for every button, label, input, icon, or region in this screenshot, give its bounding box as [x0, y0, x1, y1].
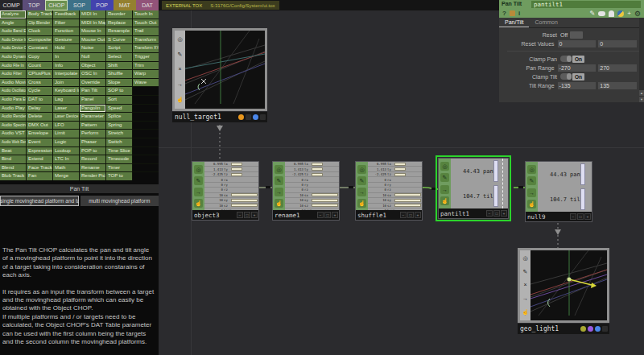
- param-field[interactable]: -135: [558, 82, 597, 89]
- palette-op-trail[interactable]: Trail: [133, 27, 159, 35]
- palette-op-audio-play[interactable]: Audio Play: [0, 105, 26, 113]
- scroll-down-icon[interactable]: ▼: [639, 97, 644, 102]
- arrow-icon[interactable]: →: [522, 295, 528, 302]
- palette-op-beat[interactable]: Beat: [0, 147, 26, 155]
- hand-icon[interactable]: ☝: [527, 200, 536, 208]
- palette-op-lag[interactable]: Lag: [53, 96, 79, 104]
- palette-op-dmx-out[interactable]: DMX Out: [27, 122, 52, 130]
- palette-op-record[interactable]: Record: [80, 155, 105, 163]
- flag-square[interactable]: [260, 114, 266, 120]
- pencil-icon[interactable]: ✎: [590, 10, 596, 18]
- palette-op-fan[interactable]: Fan: [27, 172, 52, 180]
- toggle-slider[interactable]: [560, 73, 572, 80]
- palette-op-audio-device-out[interactable]: Audio Device Out: [0, 44, 26, 52]
- node-name-bar[interactable]: pantilt1 − □ +: [438, 208, 509, 219]
- palette-op-cycle[interactable]: Cycle: [27, 87, 52, 95]
- palette-op-audio-band-eq[interactable]: Audio Band EQ: [0, 27, 26, 35]
- flag-bypass[interactable]: −: [237, 212, 243, 218]
- palette-op-speed[interactable]: Speed: [106, 105, 132, 113]
- palette-op-audio-render[interactable]: Audio Render: [0, 113, 26, 121]
- palette-op-timer[interactable]: Timer: [106, 164, 132, 172]
- palette-tab-sop[interactable]: SOP: [68, 0, 90, 10]
- palette-op-resample[interactable]: Resample: [106, 27, 132, 35]
- palette-op-audio-file-in[interactable]: Audio File In: [0, 62, 26, 70]
- palette-op-delay[interactable]: Delay: [27, 105, 52, 113]
- palette-op-splice[interactable]: Splice: [106, 113, 132, 121]
- flag-export[interactable]: +: [584, 213, 591, 220]
- palette-op-bind[interactable]: Bind: [0, 155, 26, 163]
- palette-op-pan-tilt[interactable]: Pan Tilt: [80, 87, 105, 95]
- palette-op-cross[interactable]: Cross: [27, 79, 52, 87]
- plus-icon[interactable]: +: [627, 10, 631, 18]
- flag-lock[interactable]: □: [324, 212, 331, 218]
- palette-op-angle[interactable]: Angle: [0, 19, 26, 27]
- palette-op-feedback[interactable]: Feedback: [53, 10, 79, 19]
- palette-op-trim[interactable]: Trim: [133, 62, 159, 70]
- palette-op-midi-in-map[interactable]: MIDI In Map: [80, 19, 105, 27]
- toggle-state[interactable]: On: [572, 56, 584, 63]
- flag-lock[interactable]: □: [493, 210, 500, 217]
- palette-op-merge[interactable]: Merge: [53, 172, 79, 180]
- brush-icon[interactable]: ✎: [527, 176, 536, 185]
- flag-orange-dot[interactable]: [238, 114, 244, 120]
- target-icon[interactable]: ◎: [522, 255, 527, 262]
- brush-icon[interactable]: ✎: [275, 176, 283, 185]
- palette-op-script[interactable]: Script: [106, 44, 132, 52]
- palette-op-time-slice[interactable]: Time Slice: [106, 147, 132, 155]
- target-icon[interactable]: ◎: [177, 36, 182, 43]
- hand-icon[interactable]: ☝: [176, 97, 184, 103]
- arrow-icon[interactable]: →: [440, 185, 449, 194]
- palette-op-clock[interactable]: Clock: [27, 27, 52, 35]
- palette-op-trigger[interactable]: Trigger: [133, 53, 159, 61]
- flag-export[interactable]: +: [415, 212, 421, 218]
- palette-op-select[interactable]: Select: [106, 53, 132, 61]
- palette-op-spring[interactable]: Spring: [106, 122, 132, 130]
- param-field[interactable]: 135: [598, 82, 637, 89]
- palette-op-expression[interactable]: Expression: [27, 147, 52, 155]
- close-icon[interactable]: ×: [178, 66, 181, 72]
- flag-bypass[interactable]: −: [317, 212, 324, 218]
- palette-op-panel[interactable]: Panel: [80, 96, 105, 104]
- palette-op-dat-to[interactable]: DAT to: [27, 96, 52, 104]
- help-icon[interactable]: ?: [502, 10, 506, 18]
- hand-icon[interactable]: ☝: [275, 199, 283, 208]
- node-pantilt1[interactable]: ◎ ✎ → ☝ 44.43pan104.7tilt pantilt1 − □ +: [438, 158, 509, 219]
- brush-icon[interactable]: ✎: [357, 176, 366, 185]
- palette-op-face-track[interactable]: Face Track: [27, 164, 52, 172]
- brush-icon[interactable]: ✎: [440, 173, 449, 182]
- palette-tab-comp[interactable]: COMP: [0, 0, 23, 10]
- palette-op-osc-in[interactable]: OSC In: [80, 70, 105, 78]
- node-name-bar[interactable]: object3 − □ +: [192, 210, 259, 221]
- palette-op-function[interactable]: Function: [53, 27, 79, 35]
- external-tox-indicator[interactable]: EXTERNAL TOX S:3176G/Config/System/ui.to…: [162, 1, 279, 10]
- palette-op-mouse-out[interactable]: Mouse Out: [80, 36, 105, 44]
- palette-op-pop-to[interactable]: POP to: [80, 147, 105, 155]
- node-name-bar[interactable]: null_target1: [172, 112, 267, 122]
- palette-op-info[interactable]: Info: [53, 62, 79, 70]
- param-field[interactable]: 0: [558, 40, 597, 47]
- target-icon[interactable]: ◎: [440, 162, 449, 171]
- palette-op-noise[interactable]: Noise: [80, 44, 105, 52]
- palette-op-audio-movie[interactable]: Audio Movie: [0, 79, 26, 87]
- flag-bypass[interactable]: −: [486, 210, 493, 217]
- palette-op-pangolin[interactable]: Pangolin: [80, 105, 105, 113]
- node-name-bar[interactable]: geo_light1: [518, 324, 609, 334]
- palette-op-math[interactable]: Math: [53, 164, 79, 172]
- palette-op-audio-spectrum[interactable]: Audio Spectrum: [0, 122, 26, 130]
- target-icon[interactable]: ◎: [357, 165, 366, 174]
- palette-op-midi-in[interactable]: MIDI In: [80, 10, 105, 19]
- flag-export[interactable]: +: [251, 212, 258, 218]
- palette-op-in[interactable]: In: [53, 53, 79, 61]
- palette-op-event[interactable]: Event: [27, 138, 52, 147]
- brush-icon[interactable]: ✎: [194, 176, 203, 185]
- palette-op-object[interactable]: Object: [80, 62, 105, 70]
- python-icon[interactable]: [617, 10, 624, 17]
- palette-op-slope[interactable]: Slope: [106, 79, 132, 87]
- parameter-dialog-titlebar[interactable]: Pan Tilt pantilt1: [499, 0, 644, 9]
- arrow-icon[interactable]: →: [527, 188, 536, 197]
- palette-op-laser-device[interactable]: Laser Device: [53, 113, 79, 121]
- palette-op-s-curve[interactable]: S Curve: [106, 36, 132, 44]
- palette-op-clip-blender[interactable]: Clip Blender: [27, 19, 52, 27]
- flag-export[interactable]: +: [332, 212, 338, 218]
- node-shuffle1[interactable]: ◎ ✎ → ☝ 6.995tx1.413ty-2.425tz0rx0ry0rz1…: [355, 161, 423, 221]
